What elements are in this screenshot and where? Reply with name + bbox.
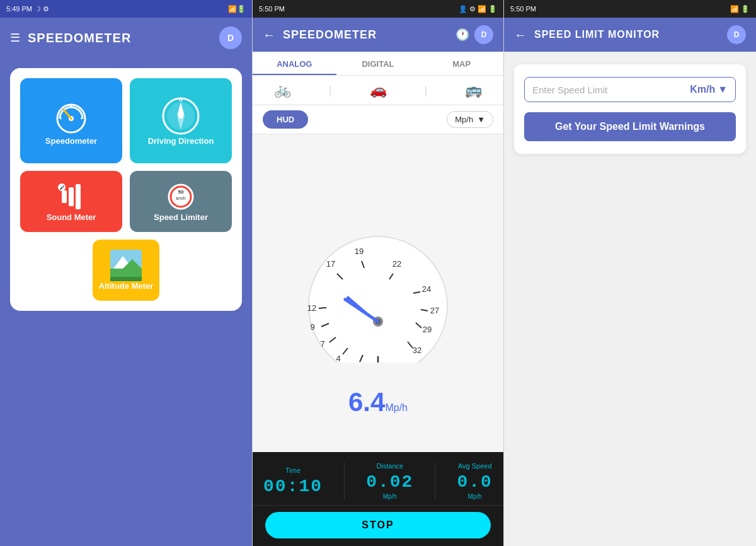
unit-dropdown[interactable]: Mp/h ▼ — [447, 111, 493, 128]
svg-text:17: 17 — [326, 259, 335, 269]
speedometer-label: Speedometer — [45, 136, 97, 146]
speed-limiter-label: Speed Limiter — [154, 212, 208, 222]
speed-limiter-tile[interactable]: 50 km/h Speed Limiter — [130, 171, 232, 232]
screen3-header: ← SPEED LIMIT MONITOR D — [504, 18, 756, 52]
avg-value: 0.0 — [457, 472, 493, 492]
svg-text:9: 9 — [310, 322, 314, 332]
svg-text:4: 4 — [336, 354, 340, 363]
hud-unit-bar: HUD Mp/h ▼ — [253, 105, 503, 134]
svg-text:🎤: 🎤 — [59, 185, 65, 190]
bicycle-icon[interactable]: 🚲 — [274, 82, 291, 98]
altitude-meter-tile[interactable]: Altitude Meter — [93, 240, 160, 301]
altitude-meter-label: Altitude Meter — [99, 281, 154, 291]
avg-unit: Mp/h — [457, 493, 493, 500]
screen3-status-bar: 5:50 PM 📶 🔋 — [504, 0, 756, 18]
stop-button[interactable]: STOP — [265, 512, 491, 538]
speed-unit: Mp/h — [385, 402, 408, 413]
bottom-stats: Time 00:10 Distance 0.02 Mp/h Avg Speed … — [253, 452, 503, 546]
svg-text:29: 29 — [423, 325, 432, 334]
bus-icon[interactable]: 🚌 — [465, 82, 482, 98]
speed-limit-card: Km/h ▼ Get Your Speed Limit Warnings — [514, 64, 746, 154]
svg-point-11 — [178, 113, 183, 119]
tab-bar: ANALOG DIGITAL MAP — [253, 52, 503, 76]
screen2: 5:50 PM 👤 ⚙ 📶 🔋 ← SPEEDOMETER 🕐 D ANALOG… — [252, 0, 504, 546]
divider-1 — [344, 462, 345, 500]
speed-limiter-icon: 50 km/h — [165, 181, 197, 212]
status-bar-right: 📶🔋 — [228, 5, 246, 13]
screen1-status-bar: 5:49 PM ☽ ⚙ 📶🔋 — [0, 0, 252, 18]
screen2-title: SPEEDOMETER — [283, 28, 377, 42]
time-display: 5:49 PM — [6, 5, 32, 13]
speedometer-tile[interactable]: Speedometer — [20, 78, 122, 163]
user-avatar[interactable]: D — [219, 26, 242, 49]
signal-icons: 📶🔋 — [228, 5, 246, 13]
svg-text:24: 24 — [422, 284, 431, 294]
driving-direction-tile[interactable]: N Driving Direction — [130, 78, 232, 163]
svg-text:12: 12 — [307, 303, 316, 313]
altitude-meter-icon — [110, 250, 142, 281]
vehicle-bar: 🚲 | 🚗 | 🚌 — [253, 76, 503, 105]
dropdown-arrow: ▼ — [477, 115, 485, 124]
screen3-title: SPEED LIMIT MONITOR — [534, 29, 660, 40]
unit-selector-label: Km/h — [690, 84, 715, 95]
time-stat: Time 00:10 — [263, 467, 323, 496]
avg-speed-stat: Avg Speed 0.0 Mp/h — [457, 462, 493, 500]
car-icon[interactable]: 🚗 — [370, 82, 387, 98]
distance-unit: Mp/h — [366, 493, 413, 500]
svg-text:7: 7 — [320, 339, 324, 349]
svg-rect-13 — [62, 190, 67, 203]
app-title: SPEEDOMETER — [28, 31, 131, 45]
gauge-area: 0 2 4 7 9 12 17 19 — [253, 134, 503, 452]
distance-stat: Distance 0.02 Mp/h — [366, 462, 413, 500]
speed-limit-input[interactable] — [532, 84, 684, 95]
main-grid: Speedometer N Driving Direction — [10, 68, 242, 311]
app-header: ☰ SPEEDOMETER D — [0, 18, 252, 58]
screen2-header: ← SPEEDOMETER 🕐 D — [253, 18, 503, 52]
screen2-history-icon[interactable]: 🕐 — [455, 28, 469, 42]
sound-meter-tile[interactable]: 🎤 Sound Meter — [20, 171, 122, 232]
svg-rect-14 — [69, 187, 74, 206]
speed-value: 6.4 — [348, 387, 385, 417]
tab-map[interactable]: MAP — [420, 52, 503, 75]
hud-button[interactable]: HUD — [263, 110, 308, 129]
screen2-status-icons: 👤 ⚙ 📶 🔋 — [459, 5, 497, 13]
get-warnings-button[interactable]: Get Your Speed Limit Warnings — [524, 112, 736, 141]
divider-2 — [435, 462, 435, 500]
svg-point-6 — [70, 117, 72, 120]
sound-meter-label: Sound Meter — [47, 212, 96, 222]
driving-direction-label: Driving Direction — [148, 136, 214, 146]
time-label: Time — [263, 467, 323, 474]
screen2-status-bar: 5:50 PM 👤 ⚙ 📶 🔋 — [253, 0, 503, 18]
unit-label: Mp/h — [455, 115, 473, 124]
screen2-time: 5:50 PM — [259, 5, 285, 13]
unit-selector[interactable]: Km/h ▼ — [690, 84, 728, 95]
speed-input-row: Km/h ▼ — [524, 77, 736, 102]
screen2-back-icon[interactable]: ← — [263, 28, 275, 42]
stats-row: Time 00:10 Distance 0.02 Mp/h Avg Speed … — [253, 460, 503, 506]
screen2-avatar[interactable]: D — [474, 25, 493, 44]
screen3-back-icon[interactable]: ← — [514, 28, 527, 42]
svg-line-40 — [319, 308, 326, 308]
stop-btn-container: STOP — [253, 506, 503, 546]
compass-icon: N — [161, 96, 201, 136]
screen3-status-icons: 📶 🔋 — [730, 5, 750, 13]
svg-point-28 — [309, 236, 447, 363]
svg-text:50: 50 — [178, 189, 184, 195]
time-value: 00:10 — [263, 477, 323, 496]
screen3-avatar[interactable]: D — [727, 25, 746, 44]
svg-line-2 — [64, 110, 71, 119]
app-header-left: ☰ SPEEDOMETER — [10, 31, 131, 45]
screen3: 5:50 PM 📶 🔋 ← SPEED LIMIT MONITOR D Km/h… — [504, 0, 756, 546]
screen1: 5:49 PM ☽ ⚙ 📶🔋 ☰ SPEEDOMETER D — [0, 0, 252, 546]
distance-value: 0.02 — [366, 472, 413, 492]
status-icons: ☽ ⚙ — [35, 5, 49, 13]
menu-icon[interactable]: ☰ — [10, 31, 20, 45]
distance-label: Distance — [366, 462, 413, 470]
unit-dropdown-arrow: ▼ — [718, 84, 728, 95]
screen2-header-left: ← SPEEDOMETER — [263, 28, 377, 42]
svg-text:km/h: km/h — [176, 196, 185, 200]
svg-rect-15 — [76, 184, 81, 209]
tab-digital[interactable]: DIGITAL — [336, 52, 420, 75]
tab-analog[interactable]: ANALOG — [253, 52, 336, 75]
svg-text:22: 22 — [392, 259, 401, 269]
